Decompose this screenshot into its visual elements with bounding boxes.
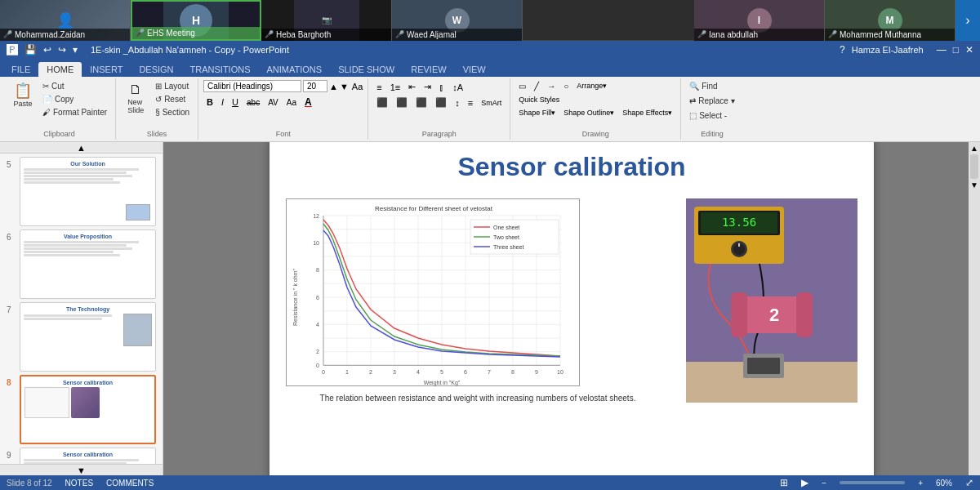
- underline-button[interactable]: U: [229, 96, 242, 109]
- comments-button[interactable]: COMMENTS: [106, 479, 154, 488]
- shape-rect[interactable]: ▭: [515, 80, 529, 92]
- zoom-slider[interactable]: [840, 481, 905, 484]
- select-button[interactable]: ⬚ Select -: [686, 109, 730, 122]
- participant-5[interactable]: I 🎤 Iana abdullah: [694, 0, 825, 41]
- shape-fill-button[interactable]: Shape Fill▾: [515, 107, 559, 118]
- columns-button[interactable]: ⫿: [436, 81, 448, 94]
- view-slide-show-button[interactable]: ▶: [801, 477, 808, 488]
- strikethrough-button[interactable]: abc: [243, 96, 263, 109]
- close-button[interactable]: ✕: [965, 44, 973, 56]
- view-normal-button[interactable]: ⊞: [780, 477, 788, 488]
- decrease-font-button[interactable]: ▼: [340, 82, 349, 91]
- shape-oval[interactable]: ○: [560, 80, 572, 92]
- shape-line[interactable]: ╱: [531, 80, 542, 92]
- tab-home[interactable]: HOME: [38, 62, 82, 77]
- convert-smartart-button[interactable]: SmArt: [478, 97, 505, 109]
- participant-4[interactable]: W 🎤 Waed Aljamal: [392, 0, 523, 41]
- vscroll-down-button[interactable]: ▼: [970, 180, 978, 189]
- slide-preview-7[interactable]: The Technology: [20, 302, 156, 372]
- vscroll-up-button[interactable]: ▲: [970, 144, 978, 153]
- svg-text:Three sheet: Three sheet: [493, 244, 523, 250]
- shape-effects-button[interactable]: Shape Effects▾: [619, 107, 675, 118]
- cut-button[interactable]: ✂ Cut: [39, 80, 110, 92]
- help-button[interactable]: ?: [840, 44, 845, 56]
- find-button[interactable]: 🔍 Find: [686, 80, 720, 92]
- slide-preview-6[interactable]: Value Proposition: [20, 229, 156, 299]
- redo-button[interactable]: ↪: [56, 44, 68, 56]
- fit-window-button[interactable]: ⤢: [965, 477, 973, 488]
- participant-1[interactable]: 👤 🎤 Mohammad.Zaidan: [0, 0, 131, 41]
- tab-file[interactable]: FILE: [3, 62, 38, 77]
- shape-arrow[interactable]: →: [544, 80, 559, 92]
- paste-button[interactable]: 📋 Paste: [8, 80, 38, 111]
- tab-view[interactable]: VIEW: [455, 62, 494, 77]
- tab-review[interactable]: REVIEW: [403, 62, 454, 77]
- scroll-down-button[interactable]: ▼: [0, 464, 163, 475]
- svg-text:4: 4: [416, 369, 420, 375]
- notes-button[interactable]: NOTES: [65, 479, 93, 488]
- slide-preview-8[interactable]: Sensor calibration: [20, 375, 156, 444]
- next-participants-button[interactable]: ›: [956, 0, 980, 41]
- shape-outline-button[interactable]: Shape Outline▾: [560, 107, 617, 118]
- participant-2[interactable]: H 🎤 EHS Meeting: [131, 0, 261, 41]
- slide-preview-5[interactable]: Our Solution: [20, 157, 156, 226]
- increase-font-button[interactable]: ▲: [329, 82, 338, 91]
- vscroll-thumb[interactable]: [970, 154, 978, 179]
- bullets-button[interactable]: ≡: [373, 81, 385, 94]
- font-size-input[interactable]: [303, 80, 327, 92]
- undo-button[interactable]: ↩: [42, 44, 53, 56]
- quick-styles-button[interactable]: Quick Styles: [515, 94, 563, 105]
- vertical-scrollbar[interactable]: ▲ ▼: [969, 142, 980, 475]
- slide-preview-9[interactable]: Sensor calibration: [20, 448, 156, 464]
- new-slide-button[interactable]: 🗋 NewSlide: [121, 80, 150, 118]
- copy-button[interactable]: 📄 Copy: [39, 93, 110, 105]
- bold-button[interactable]: B: [203, 96, 216, 109]
- justify-button[interactable]: ⬛: [432, 96, 450, 109]
- tab-slideshow[interactable]: SLIDE SHOW: [330, 62, 403, 77]
- arrange-button[interactable]: Arrange▾: [573, 80, 610, 92]
- italic-button[interactable]: I: [218, 96, 227, 109]
- font-color-button[interactable]: A: [301, 95, 315, 109]
- participant-6[interactable]: M 🎤 Mohammed Muthanna: [825, 0, 956, 41]
- tab-transitions[interactable]: TRANSITIONS: [182, 62, 259, 77]
- layout-button[interactable]: ⊞ Layout: [152, 80, 193, 92]
- numbering-button[interactable]: 1≡: [387, 81, 404, 94]
- text-direction-button[interactable]: ↕A: [449, 81, 466, 94]
- participant-name-3: Heba Barghoth: [276, 30, 331, 39]
- slide-thumb-7[interactable]: 7 The Technology: [7, 302, 156, 372]
- reset-button[interactable]: ↺ Reset: [152, 93, 193, 105]
- replace-button[interactable]: ⇄ Replace ▾: [686, 95, 738, 107]
- tab-design[interactable]: DESIGN: [131, 62, 181, 77]
- layout-icon: ⊞: [155, 82, 162, 91]
- slides-panel: ▲ 5 Our Solution 6: [0, 142, 163, 475]
- zoom-in-button[interactable]: +: [918, 479, 923, 488]
- decrease-indent-button[interactable]: ⇤: [405, 80, 419, 94]
- save-button[interactable]: 💾: [23, 44, 38, 56]
- drawing-group-content: ▭ ╱ → ○ Arrange▾ Quick Styles Shape Fill…: [515, 80, 675, 128]
- slide-thumb-9[interactable]: 9 Sensor calibration: [7, 448, 156, 464]
- change-case-button[interactable]: Aa: [283, 96, 300, 109]
- slide-thumb-5[interactable]: 5 Our Solution: [7, 157, 156, 226]
- font-name-input[interactable]: [203, 80, 301, 92]
- align-right-button[interactable]: ⬛: [412, 96, 430, 109]
- section-button[interactable]: § Section: [152, 106, 193, 118]
- format-painter-button[interactable]: 🖌 Format Painter: [39, 106, 110, 118]
- align-left-button[interactable]: ⬛: [373, 96, 391, 109]
- tab-animations[interactable]: ANIMATIONS: [259, 62, 331, 77]
- char-spacing-button[interactable]: AV: [265, 96, 282, 109]
- align-text-button[interactable]: ≡: [465, 96, 476, 109]
- zoom-out-button[interactable]: −: [822, 479, 826, 488]
- measurement-photo: 13.56: [686, 198, 858, 403]
- scroll-up-button[interactable]: ▲: [0, 142, 163, 154]
- customize-qa-button[interactable]: ▾: [71, 44, 79, 56]
- align-center-button[interactable]: ⬛: [393, 96, 411, 109]
- increase-indent-button[interactable]: ⇥: [421, 80, 434, 94]
- tab-insert[interactable]: INSERT: [82, 62, 131, 77]
- clear-format-button[interactable]: Aa: [352, 82, 363, 91]
- slide-thumb-6[interactable]: 6 Value Proposition: [7, 229, 156, 299]
- minimize-button[interactable]: —: [937, 44, 947, 56]
- slide-thumb-8[interactable]: 8 Sensor calibration: [7, 375, 156, 444]
- line-spacing-button[interactable]: ↕: [452, 96, 463, 109]
- maximize-button[interactable]: □: [953, 44, 959, 56]
- participant-3[interactable]: 📷 🎤 Heba Barghoth: [261, 0, 392, 41]
